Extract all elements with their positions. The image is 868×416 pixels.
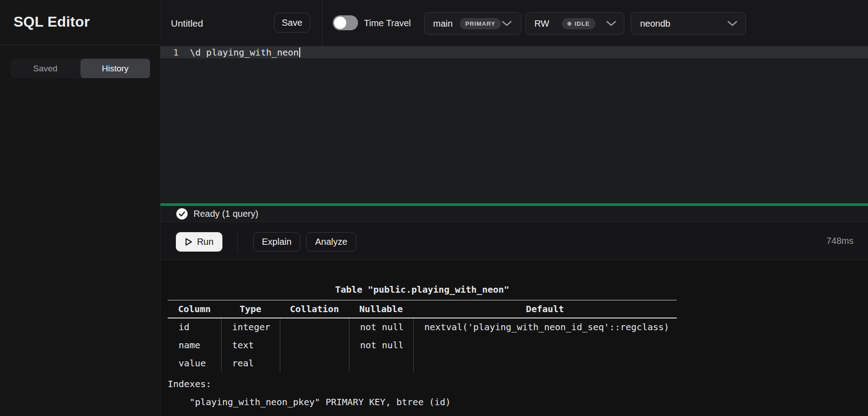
text-cursor — [299, 47, 300, 57]
chevron-down-icon — [727, 21, 737, 26]
sql-editor-app: SQL Editor Saved History Untitled Save T… — [0, 0, 868, 416]
query-tab-title[interactable]: Untitled — [171, 18, 203, 29]
cell: not null — [349, 336, 413, 354]
status-message: Ready (1 query) — [193, 209, 258, 219]
compute-selector[interactable]: RW IDLE — [525, 12, 624, 35]
query-toolbar: Run Explain Analyze 748ms — [160, 223, 868, 260]
toolbar-divider — [237, 232, 238, 252]
table-row: value real — [168, 354, 677, 372]
primary-badge: PRIMARY — [460, 18, 500, 29]
branch-selector[interactable]: main PRIMARY — [424, 12, 521, 35]
cell — [349, 354, 413, 372]
result-header-row: Column Type Collation Nullable Default — [168, 300, 677, 318]
cell — [280, 318, 349, 336]
time-travel-label: Time Travel — [364, 18, 411, 28]
page-title: SQL Editor — [14, 14, 90, 30]
chevron-down-icon — [502, 21, 512, 26]
sidebar-header: SQL Editor — [0, 0, 160, 45]
saved-history-toggle: Saved History — [10, 59, 150, 78]
active-line: 1 \d playing_with_neon — [160, 47, 868, 58]
cell: real — [221, 354, 280, 372]
explain-button[interactable]: Explain — [253, 232, 300, 252]
results-panel: Table "public.playing_with_neon" Column … — [160, 261, 868, 416]
cell — [280, 354, 349, 372]
time-travel-toggle[interactable] — [333, 15, 358, 30]
line-number: 1 — [160, 47, 179, 58]
main-pane: Untitled Save Time Travel main PRIMARY R… — [160, 0, 868, 416]
database-selector[interactable]: neondb — [631, 12, 746, 35]
analyze-button[interactable]: Analyze — [306, 232, 356, 252]
editor-topbar: Untitled Save Time Travel main PRIMARY R… — [160, 0, 868, 46]
cell: value — [168, 354, 221, 372]
column-header: Column — [168, 300, 221, 318]
query-duration: 748ms — [826, 236, 854, 246]
tab-saved[interactable]: Saved — [10, 59, 80, 78]
idle-status-badge: IDLE — [562, 18, 595, 29]
toggle-knob-icon — [334, 17, 346, 29]
compute-status: IDLE — [575, 20, 590, 27]
indexes-label: Indexes: — [168, 375, 868, 393]
tab-history[interactable]: History — [80, 59, 151, 78]
status-bar: Ready (1 query) — [160, 206, 868, 222]
indexes-section: Indexes: "playing_with_neon_pkey" PRIMAR… — [168, 375, 868, 411]
code-line: \d playing_with_neon — [190, 47, 299, 58]
column-header: Nullable — [349, 300, 413, 318]
column-header: Default — [413, 300, 677, 318]
result-table-title: Table "public.playing_with_neon" — [168, 284, 677, 295]
table-row: id integer not null nextval('playing_wit… — [168, 318, 677, 336]
chevron-down-icon — [606, 21, 616, 26]
cell — [413, 354, 677, 372]
cell — [280, 336, 349, 354]
compute-name: RW — [534, 19, 549, 29]
cell — [413, 336, 677, 354]
column-header: Collation — [280, 300, 349, 318]
cell: not null — [349, 318, 413, 336]
cell: id — [168, 318, 221, 336]
table-row: name text not null — [168, 336, 677, 354]
run-label: Run — [197, 237, 214, 247]
index-definition: "playing_with_neon_pkey" PRIMARY KEY, bt… — [168, 393, 868, 411]
idle-dot-icon — [567, 22, 571, 26]
cell: name — [168, 336, 221, 354]
branch-name: main — [433, 19, 453, 29]
save-button[interactable]: Save — [274, 13, 310, 33]
result-table: Column Type Collation Nullable Default i… — [168, 300, 677, 372]
database-name: neondb — [640, 19, 670, 29]
sidebar: SQL Editor Saved History — [0, 0, 160, 416]
topbar-divider — [322, 0, 323, 46]
success-check-icon — [176, 208, 188, 220]
cell: nextval('playing_with_neon_id_seq'::regc… — [413, 318, 677, 336]
play-icon — [185, 238, 193, 246]
column-header: Type — [221, 300, 280, 318]
code-editor[interactable]: 1 \d playing_with_neon — [160, 46, 868, 203]
run-button[interactable]: Run — [176, 232, 222, 252]
cell: integer — [221, 318, 280, 336]
cell: text — [221, 336, 280, 354]
